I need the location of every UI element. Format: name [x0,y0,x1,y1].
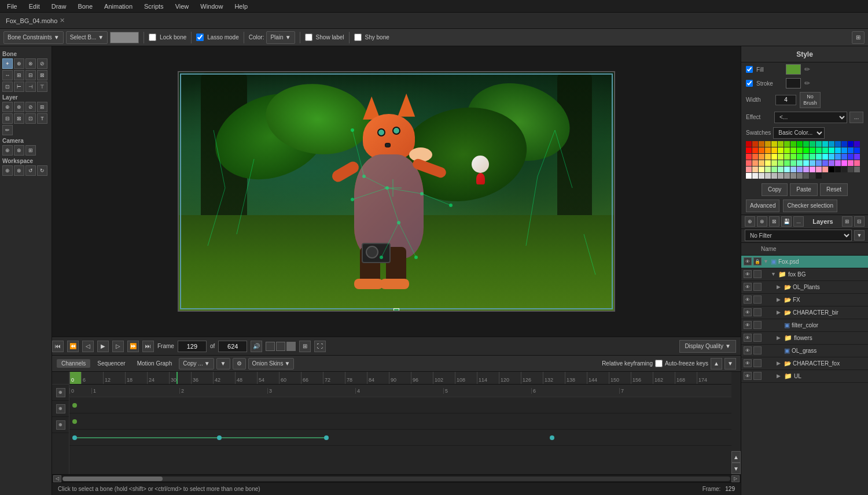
tool-layer-2[interactable]: ⊗ [14,102,24,112]
swatch-cell-23[interactable] [778,147,784,153]
layer-row-fox-psd[interactable]: 👁 🔒 ▼ ▣ Fox.psd [741,256,868,268]
layer-expand-1[interactable]: ▼ [763,258,769,264]
prev-frame[interactable]: ⏪ [67,341,79,352]
swatch-cell-8[interactable] [797,141,803,147]
swatch-cell-84[interactable] [822,167,828,172]
swatch-cell-88[interactable] [848,167,854,172]
swatch-cell-86[interactable] [835,167,841,172]
view-box-1[interactable] [266,342,275,351]
effect-dropdown[interactable]: <... [774,112,847,123]
menu-file[interactable]: File [5,2,20,11]
swatch-cell-65[interactable] [816,160,822,166]
swatch-cell-27[interactable] [803,147,809,153]
timeline-up-btn[interactable]: ▲ [711,358,722,370]
scroll-right-btn[interactable]: ▷ [731,475,740,482]
tool-bone-3[interactable]: ⊗ [25,58,36,69]
display-quality-btn[interactable]: Display Quality ▼ [679,340,736,353]
canvas-area[interactable] [52,46,741,337]
layer-expand-5[interactable]: ▶ [777,309,782,315]
swatch-cell-9[interactable] [803,141,809,147]
layer-row-filter[interactable]: 👁 ▣ filter_color [741,319,868,332]
swatch-cell-30[interactable] [822,147,828,153]
swatch-cell-11[interactable] [816,141,822,147]
swatch-cell-33[interactable] [841,147,847,153]
swatch-cell-46[interactable] [810,154,815,160]
layer-lock-4[interactable] [753,295,762,304]
swatch-cell-1[interactable] [752,141,758,147]
swatch-cell-61[interactable] [790,160,796,166]
swatch-cell-57[interactable] [765,160,771,166]
layer-row-char-fox[interactable]: 👁 ▶ 📂 CHARACTER_fox [741,357,868,370]
tool-layer-5[interactable]: ⊟ [2,113,13,124]
swatch-cell-38[interactable] [759,154,764,160]
toolbar-grid-btn[interactable]: ⊞ [852,31,865,44]
copy-dropdown-btn[interactable]: Copy ... ▼ [179,358,214,370]
layer-expand-4[interactable]: ▶ [777,297,782,302]
onion-skins-btn[interactable]: Onion Skins ▼ [248,358,295,370]
layers-more-btn[interactable]: ... [793,216,804,227]
tool-bone-8[interactable]: ⊠ [37,70,47,80]
layers-copy-btn[interactable]: ⊗ [757,216,767,227]
tab-motion-graph[interactable]: Motion Graph [133,359,177,368]
layer-vis-10[interactable]: 👁 [744,372,752,380]
swatch-cell-2[interactable] [759,141,764,147]
tool-layer-3[interactable]: ⊘ [25,102,36,112]
swatch-cell-5[interactable] [778,141,784,147]
swatch-cell-80[interactable] [797,167,803,172]
swatch-cell-41[interactable] [778,154,784,160]
swatch-cell-60[interactable] [784,160,790,166]
swatch-cell-91[interactable] [752,173,758,179]
swatch-cell-52[interactable] [848,154,854,160]
swatch-cell-63[interactable] [803,160,809,166]
swatch-cell-47[interactable] [816,154,822,160]
swatch-cell-50[interactable] [835,154,841,160]
swatch-cell-79[interactable] [790,167,796,172]
layer-lock-5[interactable] [753,308,762,316]
track-side-btn-1[interactable]: ⊕ [56,388,65,397]
swatch-cell-85[interactable] [829,167,834,172]
swatch-cell-99[interactable] [803,173,809,179]
tool-ws-2[interactable]: ⊗ [14,165,24,176]
layer-expand-2[interactable]: ▼ [771,271,777,277]
swatch-cell-21[interactable] [765,147,771,153]
swatch-cell-64[interactable] [810,160,815,166]
layer-vis-2[interactable]: 👁 [744,270,752,278]
toolbar-select-bone[interactable]: Select B... ▼ [66,31,108,44]
swatch-cell-55[interactable] [752,160,758,166]
tool-ws-1[interactable]: ⊕ [2,165,13,176]
tool-ws-3[interactable]: ↺ [25,165,36,176]
view-box-3[interactable] [286,342,296,351]
swatch-cell-20[interactable] [759,147,764,153]
swatch-cell-44[interactable] [797,154,803,160]
timeline-options-btn[interactable]: ⚙ [233,358,246,370]
swatch-cell-69[interactable] [841,160,847,166]
swatch-cell-75[interactable] [765,167,771,172]
layers-delete-btn[interactable]: ⊠ [769,216,779,227]
swatch-cell-16[interactable] [848,141,854,147]
layer-lock-8[interactable] [753,346,762,354]
swatch-cell-28[interactable] [810,147,815,153]
toolbar-plain-btn[interactable]: Plain ▼ [266,31,295,44]
swatch-cell-37[interactable] [752,154,758,160]
layer-vis-5[interactable]: 👁 [744,308,752,316]
swatch-cell-39[interactable] [765,154,771,160]
stroke-checkbox[interactable] [746,80,753,87]
tool-bone-9[interactable]: ⊡ [2,82,13,92]
swatch-cell-66[interactable] [822,160,828,166]
tab-channels[interactable]: Channels [57,359,90,368]
tool-bone-4[interactable]: ⊘ [37,58,47,69]
swatch-cell-18[interactable] [746,147,752,153]
tool-layer-6[interactable]: ⊠ [14,113,24,124]
layer-row-ol-plants[interactable]: 👁 ▶ 📂 OL_Plants [741,281,868,294]
swatch-cell-78[interactable] [784,167,790,172]
swatch-cell-101[interactable] [816,173,822,179]
tool-bone-7[interactable]: ⊟ [25,70,36,80]
layers-filter-arrow[interactable]: ▼ [854,230,865,241]
swatch-cell-45[interactable] [803,154,809,160]
reset-btn[interactable]: Reset [820,183,848,196]
swatch-cell-67[interactable] [829,160,834,166]
play-to-start[interactable]: ⏮ [52,341,64,352]
swatch-cell-48[interactable] [822,154,828,160]
tool-camera-3[interactable]: ⊞ [25,145,36,156]
view-box-2[interactable] [276,342,285,351]
